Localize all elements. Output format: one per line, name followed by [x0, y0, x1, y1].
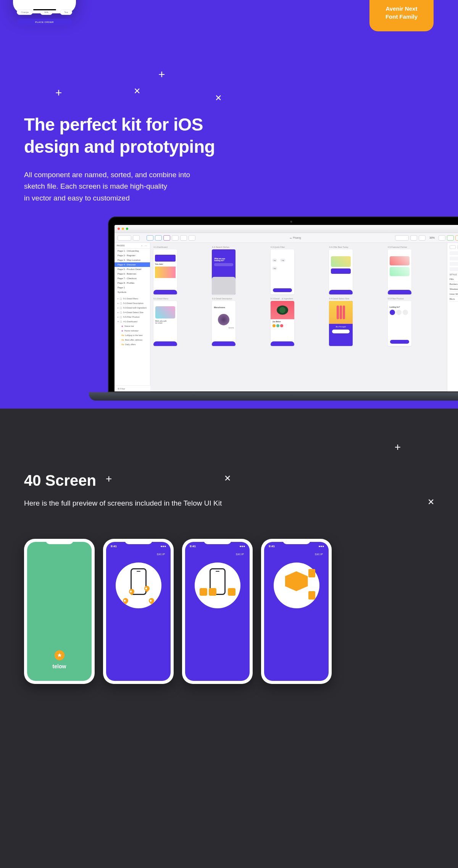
phone-preview: 9:41●●● SKIP [261, 539, 332, 684]
phone-notch [46, 539, 73, 544]
toolbar-button [447, 235, 454, 241]
layer-child: Aa Lollipop is the best [114, 333, 150, 338]
artboard: 5-1-Detail MenuMulti color withice cream [153, 297, 177, 346]
layer-child: Aa Best offer, deliciou [114, 338, 150, 342]
toolbar-button [133, 235, 140, 241]
plus-icon: + [106, 473, 112, 485]
laptop-screen: ☁︎ Pisang 36% PAGES+ — Page 1 - Onboardi… [108, 217, 458, 392]
inspector-prop: Borders [450, 282, 458, 287]
phone-notch [283, 539, 310, 544]
layer-item: ▸▢ 5-2-Detail Description [114, 301, 150, 305]
inspector-prop: Blurs [450, 297, 458, 302]
toolbar-button [395, 235, 409, 241]
page-item: Symbols [114, 290, 150, 294]
box-illustration [279, 568, 314, 603]
page-item: Page 5 - Product Detail [114, 267, 150, 272]
toolbar-button [455, 235, 458, 241]
toolbar-button [147, 235, 153, 241]
phone-preview-row: telow 9:41●●● SKIP [0, 539, 458, 684]
onboarding-screen: 9:41●●● SKIP [106, 542, 171, 681]
sketch-app-window: ☁︎ Pisang 36% PAGES+ — Page 1 - Onboardi… [114, 225, 458, 391]
style-header: STYLE [450, 273, 458, 276]
page-item: Page 1 - Onboarding [114, 249, 150, 253]
artboard: 4-1-DashboardToko Jadul [153, 246, 177, 294]
layer-item: ▸▢ 5-3-Detail with Ingredient [114, 305, 150, 310]
inspector-panel: STYLE Fills Borders Shadows Inner Shadow… [447, 243, 458, 391]
skip-button: SKIP [315, 553, 323, 556]
sketch-canvas: 4-1-DashboardToko Jadul 4-2-Search Dishe… [150, 243, 447, 391]
hero-headline: The perfect kit for iOS design and proto… [24, 114, 215, 158]
x-icon: ✕ [134, 86, 140, 96]
phone-notch [204, 539, 231, 544]
page-item: Page 6 - Balances [114, 272, 150, 276]
toolbar-button [410, 235, 417, 241]
toolbar-button [439, 235, 445, 241]
toolbar-button [118, 235, 131, 241]
layer-item: ▸▢ 5-5-Filter Product [114, 315, 150, 319]
layer-item: ▸▢ 5-4-Detail Select Size [114, 310, 150, 315]
layer-child: ◆ Home indicator [114, 328, 150, 333]
artboard: 4-4-Offer Best Today [329, 246, 353, 294]
sketch-workspace: PAGES+ — Page 1 - Onboarding Page 2 - Re… [114, 243, 458, 391]
laptop-base [89, 392, 458, 401]
skip-button: SKIP [157, 553, 165, 556]
phone-mockup-top: Orange Milk Tea PLACE ORDER [13, 0, 76, 13]
toolbar-button [172, 235, 179, 241]
inspector-prop: Inner Shadows [450, 292, 458, 297]
artboard: 5-3-Detail…& IngredientJus Melon [271, 297, 294, 346]
section-subtitle: Here is the full preview of screens incl… [24, 499, 458, 508]
x-icon: ✕ [224, 474, 231, 483]
pages-header: PAGES [117, 244, 125, 247]
plus-icon: + [395, 441, 401, 453]
page-item: Page 7 - Checkout [114, 276, 150, 281]
brand-name: telow [53, 663, 66, 669]
illustration-circle [116, 563, 161, 608]
zoom-icon [126, 228, 128, 230]
toolbar-button [180, 235, 187, 241]
phone-notch [125, 539, 152, 544]
logo-icon [55, 650, 65, 660]
home-indicator [33, 9, 56, 10]
page-item: Page 3 - Map Location [114, 258, 150, 262]
plus-icon: + [55, 86, 62, 99]
close-icon [118, 228, 120, 230]
hero-subtitle: All component are named, sorted, and com… [24, 169, 215, 204]
zoom-level: 36% [429, 236, 435, 239]
screens-preview-section: + + ✕ ✕ 40 Screen Here is the full previ… [0, 409, 458, 868]
artboard: 4-2-Search DishesWhat are youlooking for… [212, 246, 235, 294]
splash-screen: telow [27, 542, 92, 681]
artboard: 5-4-Detail Select SizeAice Pineapple [329, 297, 353, 346]
x-icon: ✕ [215, 93, 222, 103]
phone-preview: 9:41●●● SKIP [103, 539, 174, 684]
toolbar-button [189, 235, 195, 241]
artboard: 5-2-Detail DescriptionMarschoons$ 23.76 [212, 297, 235, 346]
skip-button: SKIP [236, 553, 244, 556]
laptop-mockup: ☁︎ Pisang 36% PAGES+ — Page 1 - Onboardi… [108, 217, 458, 392]
cards-illustration [204, 568, 231, 603]
inspector-prop: Fills [450, 277, 458, 282]
page-item: Page 8 - Profiles [114, 281, 150, 285]
section-title: 40 Screen [24, 472, 458, 489]
layer-item: ▾▢ 4-1-Dashboard [114, 319, 150, 324]
inspector-prop: Shadows [450, 287, 458, 292]
hero-copy: The perfect kit for iOS design and proto… [24, 114, 215, 204]
illustration-circle [274, 563, 319, 608]
toolbar-button [155, 235, 162, 241]
page-item-selected: Page 4 - Discover [114, 262, 150, 267]
phone-tags: Orange Milk Tea [17, 10, 72, 15]
onboarding-screen: 9:41●●● SKIP [185, 542, 250, 681]
hero-section: Orange Milk Tea PLACE ORDER Avenir Next … [0, 0, 458, 409]
page-item: Page 1 [114, 285, 150, 290]
tag-milk: Milk [40, 10, 53, 15]
tag-orange: Orange [17, 10, 33, 15]
plus-icon: + [158, 68, 165, 81]
toolbar-button [419, 235, 426, 241]
illustration-circle [195, 563, 240, 608]
layer-child: Aa Daily offers [114, 342, 150, 347]
layers-panel: PAGES+ — Page 1 - Onboarding Page 2 - Re… [114, 243, 150, 391]
artboard: 4-3-Quick Filtertagtagtag [271, 246, 294, 294]
minimize-icon [122, 228, 124, 230]
document-title: ☁︎ Pisang [197, 236, 393, 239]
page-item: Page 2 - Register [114, 253, 150, 258]
font-family-badge: Avenir Next Font Family [369, 0, 434, 31]
